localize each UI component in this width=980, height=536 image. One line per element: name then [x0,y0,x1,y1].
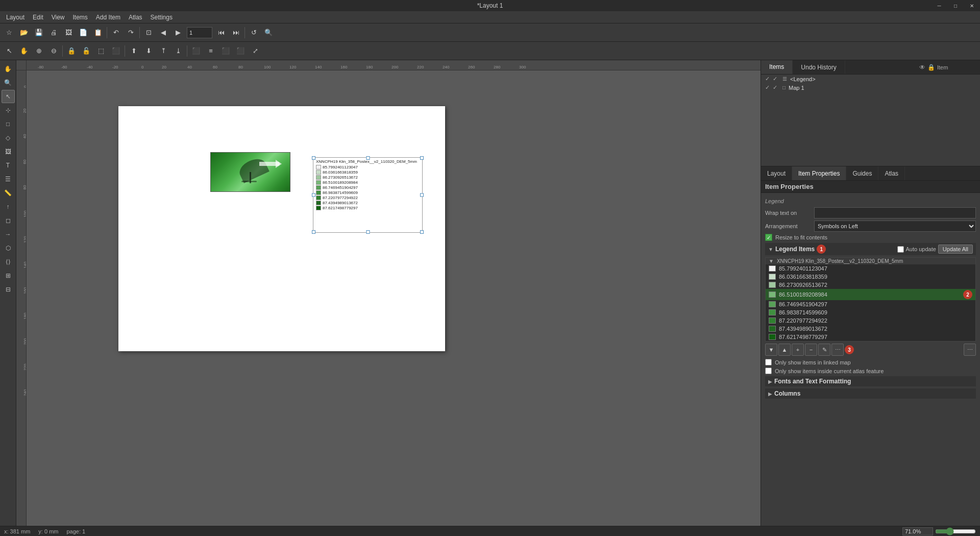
refresh-button[interactable]: ↺ [247,26,261,40]
legend-value-item-4[interactable]: 86.5100189208984 2 [766,289,975,300]
show-linked-map-checkbox[interactable] [765,359,772,366]
unlock-items-tb[interactable]: 🔓 [79,44,93,58]
move-down-button[interactable]: ▼ [765,344,777,356]
resize-tb[interactable]: ⤢ [248,44,262,58]
add-north-tool[interactable]: ↑ [2,200,15,213]
atlas-next-button[interactable]: ▶ [171,26,185,40]
ungroup-items-tb[interactable]: ⬛ [109,44,123,58]
resize-checkbox-indicator[interactable]: ✓ [765,234,772,241]
menu-settings[interactable]: Settings [146,13,177,22]
list-settings-button[interactable]: ⋯ [964,344,976,356]
zoom-out-tool-tb[interactable]: ⊖ [46,44,61,58]
export-pdf-button[interactable]: 📄 [76,26,90,40]
legend-value-item-9[interactable]: 87.6217498779297 [766,333,975,341]
print-button[interactable]: 🖨 [46,26,61,40]
canvas-area[interactable]: -80 -60 -40 -20 0 20 40 60 80 100 120 14… [16,60,761,526]
legend-value-item-7[interactable]: 87.2207977294922 [766,316,975,325]
top-item-tb[interactable]: ⤒ [156,44,170,58]
legend-value-item-8[interactable]: 87.4394989013672 [766,325,975,333]
add-picture-tool[interactable]: 🖼 [2,145,15,158]
atlas-last-button[interactable]: ⏭ [229,26,243,40]
raise-item-tb[interactable]: ⬆ [127,44,141,58]
align-right-tb[interactable]: ⬛ [218,44,233,58]
arrangement-select[interactable]: Symbols on Left Symbols on Right [814,221,976,232]
add-polygon-tool[interactable]: ⬡ [2,241,15,255]
list-item-legend[interactable]: ✓ ✓ ☰ <Legend> [761,75,980,83]
save-button[interactable]: 💾 [32,26,46,40]
close-button[interactable]: ✕ [964,0,980,11]
add-text-tool[interactable]: T [2,159,15,172]
legend-value-item-2[interactable]: 86.0361663818359 [766,273,975,281]
redo-button[interactable]: ↷ [124,26,138,40]
add-legend-tool[interactable]: ☰ [2,173,15,186]
maximize-button[interactable]: □ [947,0,964,11]
legend-value-item-1[interactable]: 85.7992401123047 [766,264,975,273]
auto-update-checkbox[interactable] [897,246,904,253]
group-items-tb[interactable]: ⬚ [94,44,108,58]
show-atlas-feature-checkbox[interactable] [765,368,772,374]
fonts-section-header[interactable]: ▶ Fonts and Text Formatting [765,376,976,386]
more-button-1[interactable]: ⋯ [831,344,844,356]
select-tool-tb[interactable]: ↖ [2,44,16,58]
minimize-button[interactable]: ─ [931,0,947,11]
columns-section-header[interactable]: ▶ Columns [765,388,976,399]
lock-items-tb[interactable]: 🔒 [64,44,79,58]
add-3dmap-tool[interactable]: ◇ [2,131,15,144]
add-fixed-table-tool[interactable]: ⊟ [2,283,15,296]
legend-value-item-5[interactable]: 86.7469451904297 [766,300,975,308]
zoom-slider[interactable] [935,527,976,535]
add-scalebar-tool[interactable]: 📏 [2,186,15,200]
undo-button[interactable]: ↶ [109,26,123,40]
open-button[interactable]: 📂 [17,26,31,40]
menu-add-item[interactable]: Add Item [92,13,125,22]
legend-item[interactable]: XNNCPH19 Klin_358_Postex__v2_110320_DEM_… [313,157,423,233]
zoom-in-tool-tb[interactable]: ⊕ [32,44,46,58]
align-center-tb[interactable]: ≡ [204,44,218,58]
zoom-input[interactable] [902,527,933,535]
pan-tool-tb[interactable]: ✋ [17,44,31,58]
lower-item-tb[interactable]: ⬇ [141,44,156,58]
add-arrow-tool[interactable]: → [2,228,15,241]
tab-items[interactable]: Items [761,60,793,74]
tab-layout[interactable]: Layout [761,166,792,180]
add-attribute-tool[interactable]: ⊞ [2,269,15,282]
zoom-full-button[interactable]: ⊡ [141,26,156,40]
tab-atlas[interactable]: Atlas [878,166,905,180]
add-html-tool[interactable]: ⟨⟩ [2,255,15,269]
add-map-tool[interactable]: □ [2,117,15,131]
zoom-atlas-button[interactable]: 🔍 [261,26,276,40]
atlas-prev-button[interactable]: ◀ [156,26,170,40]
menu-items[interactable]: Items [69,13,92,22]
select-tool[interactable]: ↖ [2,90,15,103]
update-all-button[interactable]: Update All [938,245,973,254]
menu-layout[interactable]: Layout [2,13,29,22]
menu-atlas[interactable]: Atlas [125,13,146,22]
map-image-item[interactable] [210,152,290,192]
list-item-map[interactable]: ✓ ✓ □ Map 1 [761,83,980,92]
edit-nodes-tool[interactable]: ⊹ [2,104,15,117]
add-shape-tool[interactable]: ◻ [2,214,15,227]
menu-view[interactable]: View [47,13,69,22]
add-group-button[interactable]: + [792,344,804,356]
export-svg-button[interactable]: 📋 [91,26,105,40]
tab-undo-history[interactable]: Undo History [793,60,845,74]
legend-root-item[interactable]: ▼ XNNCPH19 Klin_358_Postex__v2_110320_DE… [766,258,975,264]
align-left-tb[interactable]: ⬛ [189,44,203,58]
bottom-item-tb[interactable]: ⤓ [171,44,185,58]
wrap-text-input[interactable] [814,207,976,218]
export-image-button[interactable]: 🖼 [61,26,76,40]
legend-value-item-6[interactable]: 86.9838714599609 [766,308,975,316]
atlas-page-input[interactable] [187,27,212,38]
zoom-tool[interactable]: 🔍 [2,76,15,89]
tab-guides[interactable]: Guides [846,166,878,180]
move-up-button[interactable]: ▲ [778,344,791,356]
pan-tool[interactable]: ✋ [2,62,15,76]
distribute-tb[interactable]: ⬛ [233,44,248,58]
edit-button[interactable]: ✎ [818,344,830,356]
legend-items-section-header[interactable]: ▼ Legend Items 1 Auto update Update All [765,243,976,255]
legend-value-item-3[interactable]: 86.2730926513672 [766,281,975,289]
menu-edit[interactable]: Edit [29,13,47,22]
tab-item-properties[interactable]: Item Properties [792,166,846,180]
new-button[interactable]: ☆ [2,26,16,40]
atlas-first-button[interactable]: ⏮ [214,26,228,40]
